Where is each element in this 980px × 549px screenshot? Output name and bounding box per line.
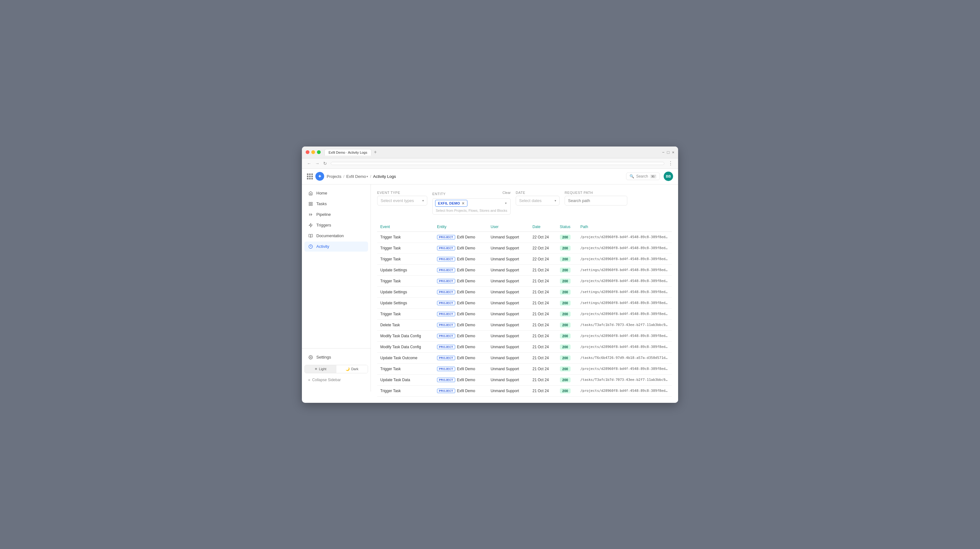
cell-path: /projects/d28960f8-bd4f-4548-89c8-389f8e… bbox=[577, 254, 672, 265]
sidebar-item-triggers[interactable]: Triggers bbox=[304, 220, 368, 230]
header-search-box[interactable]: 🔍 Search ⌘/ bbox=[626, 172, 660, 180]
cell-entity: PROJECT Exfil Demo bbox=[434, 363, 487, 374]
event-type-label: Event Type bbox=[377, 191, 427, 195]
event-type-select[interactable]: Select event types ▾ bbox=[377, 196, 427, 206]
event-type-placeholder: Select event types bbox=[380, 198, 414, 203]
browser-min-btn[interactable] bbox=[311, 150, 315, 154]
date-select[interactable]: Select dates ▾ bbox=[516, 196, 560, 206]
brand-logo[interactable]: ✦ bbox=[315, 172, 324, 181]
cell-status: 200 bbox=[557, 342, 578, 352]
sidebar-pipeline-label: Pipeline bbox=[316, 212, 331, 217]
table-row[interactable]: Update Task Data PROJECT Exfil Demo Unma… bbox=[377, 374, 672, 385]
browser-tab-active[interactable]: Exfil Demo · Activity Logs bbox=[325, 149, 372, 156]
table-row[interactable]: Delete Task PROJECT Exfil Demo Unmand Su… bbox=[377, 319, 672, 330]
cell-path: /tasks/T6c6b4726-97d9-4b18-a57a-d350d571… bbox=[577, 352, 672, 363]
cell-event: Update Task Outcome bbox=[377, 352, 434, 363]
cell-event: Trigger Task bbox=[377, 385, 434, 396]
sidebar-item-settings[interactable]: Settings bbox=[304, 352, 368, 362]
cell-entity: PROJECT Exfil Demo bbox=[434, 374, 487, 385]
browser-titlebar: Exfil Demo · Activity Logs + − □ × bbox=[302, 147, 678, 158]
cell-user: Unmand Support bbox=[487, 308, 530, 319]
cell-status: 200 bbox=[557, 330, 578, 342]
browser-close-btn[interactable] bbox=[305, 150, 309, 154]
svg-point-8 bbox=[310, 357, 311, 358]
cell-status: 200 bbox=[557, 319, 578, 330]
sidebar-item-activity[interactable]: Activity bbox=[304, 241, 368, 252]
table-row[interactable]: Update Settings PROJECT Exfil Demo Unman… bbox=[377, 286, 672, 297]
entity-chip-remove[interactable]: × bbox=[462, 201, 465, 206]
table-row[interactable]: Trigger Task PROJECT Exfil Demo Unmand S… bbox=[377, 254, 672, 265]
entity-chip-row: EXFIL DEMO × ▾ bbox=[433, 199, 511, 208]
sidebar-item-tasks[interactable]: Tasks bbox=[304, 199, 368, 209]
theme-toggle: ☀ Light 🌙 Dark bbox=[304, 365, 368, 373]
app-grid-icon[interactable] bbox=[307, 174, 313, 179]
cell-user: Unmand Support bbox=[487, 297, 530, 308]
entity-chevron[interactable]: ▾ bbox=[504, 201, 508, 205]
theme-dark-btn[interactable]: 🌙 Dark bbox=[336, 365, 368, 373]
cell-path: /projects/d28960f8-bd4f-4548-89c8-389f8e… bbox=[577, 330, 672, 342]
table-row[interactable]: Trigger Task PROJECT Exfil Demo Unmand S… bbox=[377, 385, 672, 396]
sidebar: Home Tasks Pipeline bbox=[302, 185, 371, 391]
table-row[interactable]: Trigger Task PROJECT Exfil Demo Unmand S… bbox=[377, 275, 672, 286]
cell-date: 21 Oct 24 bbox=[530, 265, 557, 275]
date-chevron: ▾ bbox=[555, 199, 556, 202]
table-row[interactable]: Trigger Task PROJECT Exfil Demo Unmand S… bbox=[377, 243, 672, 254]
table-row[interactable]: Update Task Outcome PROJECT Exfil Demo U… bbox=[377, 352, 672, 363]
theme-dark-label: Dark bbox=[351, 367, 358, 371]
win-close[interactable]: × bbox=[672, 150, 675, 155]
cell-entity: PROJECT Exfil Demo bbox=[434, 231, 487, 243]
cell-event: Update Settings bbox=[377, 286, 434, 297]
cell-date: 21 Oct 24 bbox=[530, 319, 557, 330]
breadcrumb-projects[interactable]: Projects bbox=[327, 174, 341, 179]
sidebar-nav: Home Tasks Pipeline bbox=[302, 188, 371, 348]
table-row[interactable]: Trigger Task PROJECT Exfil Demo Unmand S… bbox=[377, 231, 672, 243]
col-event: Event bbox=[377, 222, 434, 232]
sidebar-item-documentation[interactable]: Documentation bbox=[304, 231, 368, 241]
user-avatar[interactable]: BB bbox=[664, 172, 673, 181]
win-minimize[interactable]: − bbox=[662, 150, 665, 155]
cell-path: /projects/d28960f8-bd4f-4548-89c8-389f8e… bbox=[577, 231, 672, 243]
table-row[interactable]: Modify Task Data Config PROJECT Exfil De… bbox=[377, 342, 672, 352]
search-label: Search bbox=[636, 174, 648, 179]
breadcrumb-chevron-down: ▾ bbox=[366, 175, 368, 178]
path-input[interactable] bbox=[565, 196, 627, 206]
activity-table-container: Event Entity User Date Status Path Trigg… bbox=[377, 222, 672, 397]
new-tab-button[interactable]: + bbox=[373, 149, 378, 155]
nav-forward-btn[interactable]: → bbox=[314, 160, 321, 167]
table-row[interactable]: Trigger Task PROJECT Exfil Demo Unmand S… bbox=[377, 363, 672, 374]
cell-event: Update Settings bbox=[377, 265, 434, 275]
table-row[interactable]: Update Settings PROJECT Exfil Demo Unman… bbox=[377, 297, 672, 308]
home-icon bbox=[308, 191, 313, 196]
cell-user: Unmand Support bbox=[487, 254, 530, 265]
address-bar[interactable] bbox=[331, 162, 664, 165]
sidebar-item-pipeline[interactable]: Pipeline bbox=[304, 209, 368, 220]
cell-entity: PROJECT Exfil Demo bbox=[434, 352, 487, 363]
clear-btn[interactable]: Clear bbox=[503, 191, 511, 197]
theme-light-btn[interactable]: ☀ Light bbox=[305, 365, 336, 373]
nav-refresh-btn[interactable]: ↻ bbox=[322, 160, 328, 167]
nav-menu-btn[interactable]: ⋮ bbox=[667, 160, 675, 166]
cell-entity: PROJECT Exfil Demo bbox=[434, 243, 487, 254]
win-maximize[interactable]: □ bbox=[667, 150, 670, 155]
cell-user: Unmand Support bbox=[487, 243, 530, 254]
table-row[interactable]: Update Settings PROJECT Exfil Demo Unman… bbox=[377, 265, 672, 275]
cell-event: Trigger Task bbox=[377, 231, 434, 243]
sidebar-item-home[interactable]: Home bbox=[304, 188, 368, 198]
browser-window: Exfil Demo · Activity Logs + − □ × ← → ↻… bbox=[302, 147, 678, 403]
nav-back-btn[interactable]: ← bbox=[305, 160, 313, 167]
tasks-icon bbox=[308, 201, 313, 206]
collapse-sidebar-btn[interactable]: « Collapse Sidebar bbox=[304, 376, 368, 384]
breadcrumb-project-dropdown[interactable]: Exfil Demo ▾ bbox=[347, 174, 368, 179]
table-row[interactable]: Modify Task Data Config PROJECT Exfil De… bbox=[377, 330, 672, 342]
browser-max-btn[interactable] bbox=[317, 150, 321, 154]
cell-path: /tasks/T3afc1b7d-7073-43ee-b2f7-11ab3bbc… bbox=[577, 374, 672, 385]
cell-user: Unmand Support bbox=[487, 231, 530, 243]
entity-filter-box: EXFIL DEMO × ▾ Select from Projects, Flo… bbox=[432, 198, 511, 215]
theme-light-label: Light bbox=[319, 367, 326, 371]
nav-arrows: ← → ↻ bbox=[305, 160, 328, 167]
table-row[interactable]: Trigger Task PROJECT Exfil Demo Unmand S… bbox=[377, 308, 672, 319]
date-placeholder: Select dates bbox=[519, 198, 542, 203]
entity-filter-group: Entity Clear EXFIL DEMO × ▾ Select from … bbox=[432, 191, 511, 215]
cell-entity: PROJECT Exfil Demo bbox=[434, 265, 487, 275]
cell-path: /projects/d28960f8-bd4f-4548-89c8-389f8e… bbox=[577, 363, 672, 374]
